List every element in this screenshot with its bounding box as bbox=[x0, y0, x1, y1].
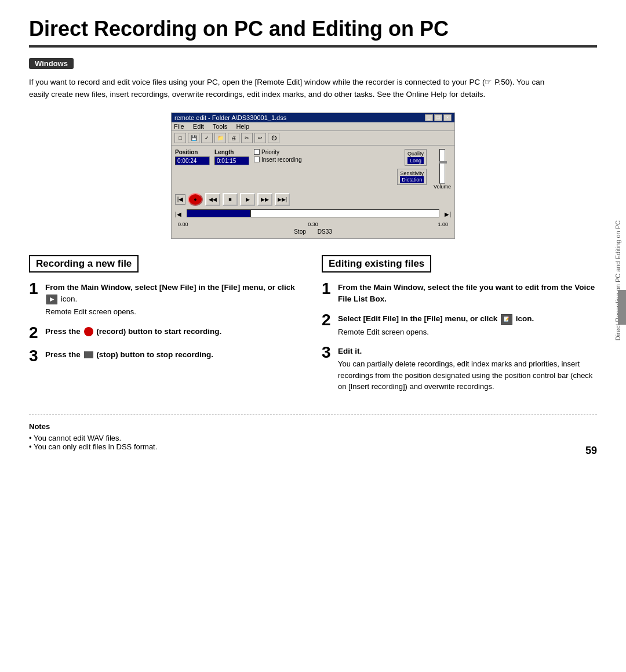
edit-step2-sub: Remote Edit screen opens. bbox=[338, 326, 597, 338]
step2-content: Press the (record) button to start recor… bbox=[45, 326, 304, 337]
recording-step1: 1 From the Main Window, select [New File… bbox=[29, 282, 304, 318]
rewind-btn[interactable]: ◀◀ bbox=[205, 193, 220, 206]
fast-fwd-btn[interactable]: ▶▶ bbox=[257, 193, 272, 206]
ss-controls-row: Position 0:00:24 Length 0:01:15 Priority bbox=[175, 149, 451, 190]
edit-step1-number: 1 bbox=[322, 281, 334, 297]
length-label: Length bbox=[214, 149, 249, 155]
stop-btn[interactable]: ■ bbox=[223, 193, 238, 206]
tb-new[interactable]: □ bbox=[174, 133, 186, 143]
progress-start: |◀ bbox=[175, 211, 181, 217]
windows-badge: Windows bbox=[29, 58, 74, 69]
progress-area: |◀ ▶| bbox=[175, 209, 451, 219]
screenshot-title-bar: remote edit - Folder A\DS330001_1.dss _ … bbox=[172, 113, 454, 122]
tb-save[interactable]: 💾 bbox=[188, 133, 199, 143]
step2-bold: Press the (record) button to start recor… bbox=[45, 327, 221, 336]
status-ds33: DS33 bbox=[318, 228, 332, 235]
step1-content: From the Main Window, select [New File] … bbox=[45, 282, 304, 318]
tb-scissors[interactable]: ✂ bbox=[241, 133, 253, 143]
step3-number: 3 bbox=[29, 348, 42, 364]
edit-step2-number: 2 bbox=[322, 312, 334, 328]
play-btn[interactable]: ▶ bbox=[240, 193, 255, 206]
recording-step2: 2 Press the (record) button to start rec… bbox=[29, 326, 304, 341]
position-input[interactable]: 0:00:24 bbox=[175, 157, 210, 165]
edit-it-label: Edit it. bbox=[338, 347, 362, 355]
edit-step3-content: Edit it. You can partially delete record… bbox=[338, 346, 597, 393]
length-input[interactable]: 0:01:15 bbox=[214, 157, 249, 165]
insert-checkbox[interactable]: Insert recording bbox=[254, 157, 301, 163]
restore-btn[interactable]: □ bbox=[434, 114, 442, 121]
sidebar-bar bbox=[618, 290, 626, 325]
record-icon bbox=[84, 327, 93, 336]
screenshot-body: Position 0:00:24 Length 0:01:15 Priority bbox=[172, 146, 454, 238]
menu-file[interactable]: File bbox=[174, 123, 184, 130]
priority-checkbox[interactable]: Priority bbox=[254, 149, 301, 155]
screenshot-toolbar: □ 💾 ✓ 📁 🖨 ✂ ↩ ⏻ bbox=[172, 131, 454, 146]
dotted-separator bbox=[29, 415, 597, 415]
priority-cb-box[interactable] bbox=[254, 149, 260, 155]
tb-power[interactable]: ⏻ bbox=[268, 133, 279, 143]
quality-label: Quality bbox=[407, 151, 424, 157]
progress-end: ▶| bbox=[445, 211, 451, 217]
progress-bar[interactable] bbox=[187, 209, 440, 217]
close-btn[interactable]: × bbox=[443, 114, 452, 121]
status-stop: Stop bbox=[294, 228, 306, 235]
win-controls: _ □ × bbox=[425, 114, 452, 121]
recording-section: Recording a new file 1 From the Main Win… bbox=[29, 255, 304, 401]
tb-arrow[interactable]: ↩ bbox=[254, 133, 266, 143]
checkbox-group: Priority Insert recording bbox=[254, 149, 301, 163]
menu-help[interactable]: Help bbox=[236, 123, 249, 130]
insert-cb-box[interactable] bbox=[254, 157, 260, 162]
end-btn[interactable]: ▶▶| bbox=[275, 193, 290, 206]
step1-rest: icon. bbox=[61, 295, 78, 303]
screenshot-title: remote edit - Folder A\DS330001_1.dss bbox=[174, 114, 286, 121]
progress-fill bbox=[187, 210, 250, 217]
position-label: Position bbox=[175, 149, 210, 155]
edit-step3-text: You can partially delete recordings, edi… bbox=[338, 358, 597, 393]
editing-step1: 1 From the Main Window, select the file … bbox=[322, 282, 597, 306]
record-btn[interactable]: ● bbox=[188, 193, 203, 206]
tb-check[interactable]: ✓ bbox=[201, 133, 213, 143]
priority-label: Priority bbox=[261, 149, 279, 155]
edit-step3-number: 3 bbox=[322, 344, 334, 361]
menu-edit[interactable]: Edit bbox=[193, 123, 204, 130]
step1-number: 1 bbox=[29, 281, 42, 297]
progress-marker bbox=[250, 210, 251, 217]
edit-step1-bold: From the Main Window, select the file yo… bbox=[338, 283, 595, 303]
quality-value: Long bbox=[407, 157, 424, 164]
edit-step2-content: Select [Edit File] in the [File] menu, o… bbox=[338, 313, 597, 337]
two-col-section: Recording a new file 1 From the Main Win… bbox=[29, 255, 597, 401]
recording-step3: 3 Press the (stop) button to stop record… bbox=[29, 349, 304, 364]
page-container: Direct Recording on PC and Editing on PC… bbox=[0, 0, 626, 474]
screenshot-wrapper: remote edit - Folder A\DS330001_1.dss _ … bbox=[29, 112, 597, 239]
length-group: Length 0:01:15 bbox=[214, 149, 249, 165]
minimize-btn[interactable]: _ bbox=[425, 114, 433, 121]
position-group: Position 0:00:24 bbox=[175, 149, 210, 165]
edit-step1-content: From the Main Window, select the file yo… bbox=[338, 282, 597, 306]
intro-text: If you want to record and edit voice fil… bbox=[29, 76, 551, 101]
notes-title: Notes bbox=[29, 422, 597, 431]
page-title: Direct Recording on PC and Editing on PC bbox=[29, 17, 597, 41]
screenshot-menu: File Edit Tools Help bbox=[172, 122, 454, 131]
dictation-label: Dictation bbox=[400, 176, 424, 183]
note-item-2: You can only edit files in DSS format. bbox=[29, 442, 597, 451]
progress-scale: 0.00 0.30 1.00 bbox=[175, 221, 451, 227]
volume-label: Volume bbox=[434, 184, 451, 190]
volume-area: Volume bbox=[434, 149, 451, 190]
edit-step2-bold: Select [Edit File] in the [File] menu, o… bbox=[338, 314, 534, 323]
tb-open[interactable]: 📁 bbox=[214, 133, 226, 143]
quality-box: Quality Long bbox=[405, 149, 427, 166]
home-btn[interactable]: |◀ bbox=[175, 194, 185, 205]
stop-icon bbox=[84, 351, 93, 358]
page-number: 59 bbox=[585, 445, 597, 457]
volume-slider[interactable] bbox=[439, 149, 445, 184]
editing-step3: 3 Edit it. You can partially delete reco… bbox=[322, 346, 597, 393]
editing-step2: 2 Select [Edit File] in the [File] menu,… bbox=[322, 313, 597, 337]
tb-print[interactable]: 🖨 bbox=[228, 133, 239, 143]
title-rule bbox=[29, 45, 597, 48]
step2-number: 2 bbox=[29, 325, 42, 341]
editing-header: Editing existing files bbox=[322, 255, 431, 273]
edit-file-icon: 📝 bbox=[501, 314, 512, 325]
editing-section: Editing existing files 1 From the Main W… bbox=[322, 255, 597, 401]
menu-tools[interactable]: Tools bbox=[213, 123, 228, 130]
step3-bold: Press the (stop) button to stop recordin… bbox=[45, 350, 213, 359]
